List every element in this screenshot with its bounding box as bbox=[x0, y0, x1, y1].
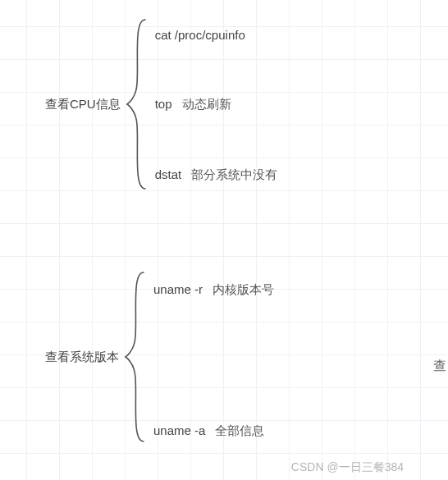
group-label: 查看CPU信息 bbox=[45, 97, 121, 112]
diagram-content: 查看CPU信息 cat /proc/cpuinfo top 动态刷新 dstat… bbox=[0, 0, 448, 480]
list-item: uname -r 内核版本号 bbox=[153, 282, 274, 298]
list-item: cat /proc/cpuinfo bbox=[155, 28, 255, 42]
command-text: uname -r bbox=[153, 282, 203, 296]
group-cpu-info: 查看CPU信息 cat /proc/cpuinfo top 动态刷新 dstat… bbox=[45, 18, 152, 190]
command-text: top bbox=[155, 97, 172, 111]
brace-icon bbox=[126, 18, 147, 190]
note-text: 内核版本号 bbox=[213, 282, 274, 298]
list-item: top 动态刷新 bbox=[155, 97, 231, 112]
note-text: 动态刷新 bbox=[182, 97, 231, 112]
truncated-text: 查 bbox=[433, 358, 446, 375]
command-text: cat /proc/cpuinfo bbox=[155, 28, 245, 42]
group-label: 查看系统版本 bbox=[45, 350, 119, 365]
watermark-text: CSDN @一日三餐384 bbox=[291, 460, 404, 475]
note-text: 全部信息 bbox=[215, 423, 264, 439]
command-text: dstat bbox=[155, 167, 182, 181]
note-text: 部分系统中没有 bbox=[191, 167, 277, 183]
brace-icon bbox=[124, 271, 145, 443]
group-system-version: 查看系统版本 uname -r 内核版本号 uname -a 全部信息 bbox=[45, 271, 150, 443]
command-text: uname -a bbox=[153, 423, 205, 437]
list-item: uname -a 全部信息 bbox=[153, 423, 264, 439]
list-item: dstat 部分系统中没有 bbox=[155, 167, 278, 183]
